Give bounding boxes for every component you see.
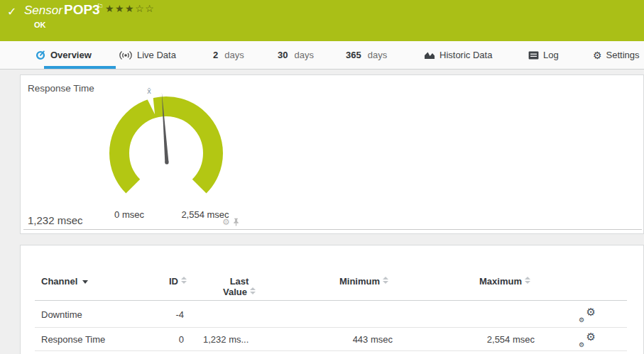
channel-table-panel: Channel ID Last Value Minimum Maximum Do… (20, 245, 644, 354)
tab-30-days-number: 30 (278, 50, 288, 60)
channel-settings-icon[interactable]: ⚙ ⚙ (579, 309, 596, 323)
sort-icon (250, 287, 256, 294)
tab-365-days-number: 365 (346, 50, 361, 60)
gear-icon: ⚙ (579, 317, 584, 323)
tab-365-days[interactable]: 365 days (346, 41, 387, 69)
tab-log[interactable]: Log (528, 41, 559, 69)
column-header-channel-label: Channel (41, 276, 77, 287)
column-header-last-value-line1: Last (204, 276, 275, 287)
widget-tools: ⚙ (222, 218, 240, 226)
prtg-sensor-page: ✓ Sensor POP3 ⚐ ★★★☆☆ OK Overview Live D… (0, 0, 644, 354)
cell-channel: Response Time (41, 334, 105, 345)
column-header-channel[interactable]: Channel (41, 276, 88, 287)
pin-icon[interactable] (232, 218, 240, 226)
sort-icon (181, 277, 187, 284)
gauge-panel: Response Time x̄ 0 msec 2,554 msec 1,232… (20, 74, 644, 234)
sensor-type-label: Sensor (24, 4, 62, 18)
tab-2-days-label: days (224, 50, 244, 60)
priority-stars[interactable]: ★★★☆☆ (105, 3, 155, 14)
stars-empty: ☆☆ (135, 3, 155, 14)
log-icon (528, 51, 539, 60)
column-header-id[interactable]: ID (127, 276, 187, 287)
widget-settings-gear-icon[interactable]: ⚙ (222, 218, 230, 226)
settings-gear-icon: ⚙ (593, 50, 602, 60)
sort-icon (383, 277, 388, 284)
historic-chart-icon (424, 50, 435, 60)
cell-id: -4 (127, 309, 184, 320)
sensor-status-header: ✓ Sensor POP3 ⚐ ★★★☆☆ OK (0, 0, 644, 41)
gauge-current-value: 1,232 msec (28, 214, 83, 226)
column-header-maximum[interactable]: Maximum (447, 276, 530, 287)
mean-marker-label: x̄ (147, 87, 151, 95)
cell-maximum: 2,554 msec (451, 334, 535, 345)
column-header-maximum-label: Maximum (479, 276, 522, 287)
row-divider (35, 327, 627, 328)
stars-filled: ★★★ (105, 3, 135, 14)
column-header-minimum-label: Minimum (339, 276, 380, 287)
sensor-name: POP3 (64, 2, 100, 18)
flag-icon[interactable]: ⚐ (97, 2, 104, 11)
column-header-id-label: ID (169, 276, 178, 287)
cell-channel: Downtime (41, 309, 82, 320)
gauge-min-label: 0 msec (109, 209, 149, 220)
active-tab-underline (44, 66, 116, 69)
tab-historic-data[interactable]: Historic Data (424, 41, 492, 69)
ok-check-icon: ✓ (7, 5, 16, 18)
channel-settings-icon[interactable]: ⚙ ⚙ (579, 334, 596, 348)
gauge-svg: x̄ (99, 86, 234, 221)
tab-settings-label: Settings (606, 50, 640, 60)
gear-icon: ⚙ (586, 332, 596, 343)
tab-30-days[interactable]: 30 days (278, 41, 314, 69)
status-badge: OK (34, 21, 46, 29)
tab-overview-label: Overview (50, 50, 92, 60)
tab-2-days[interactable]: 2 days (213, 41, 244, 69)
tab-30-days-label: days (294, 50, 313, 60)
gauge-title: Response Time (28, 83, 94, 94)
tab-historic-data-label: Historic Data (440, 50, 492, 60)
cell-minimum: 443 msec (309, 334, 393, 345)
sort-icon (525, 277, 530, 284)
sensor-tab-bar: Overview Live Data 2 days 30 days 365 da… (0, 41, 644, 70)
tab-2-days-number: 2 (213, 50, 218, 60)
sort-desc-icon (82, 280, 88, 284)
row-divider (35, 350, 627, 351)
column-header-last-value-line2: Value (223, 287, 247, 297)
cell-id: 0 (127, 334, 184, 345)
cell-last-value: 1,232 ms... (203, 334, 249, 345)
gauge-icon (36, 50, 46, 60)
table-header-divider (35, 300, 627, 301)
gear-icon: ⚙ (579, 342, 584, 348)
tab-365-days-label: days (368, 50, 387, 60)
column-header-last-value[interactable]: Last Value (204, 276, 275, 297)
column-header-minimum[interactable]: Minimum (305, 276, 388, 287)
tab-settings[interactable]: ⚙ Settings (593, 41, 640, 69)
gauge-divider (23, 229, 642, 230)
gear-icon: ⚙ (586, 307, 596, 318)
tab-log-label: Log (543, 50, 559, 60)
live-data-icon (119, 50, 133, 60)
tab-live-data[interactable]: Live Data (119, 41, 176, 69)
tab-overview[interactable]: Overview (36, 41, 92, 69)
tab-live-data-label: Live Data (137, 50, 176, 60)
gauge-needle-hub (165, 160, 168, 164)
response-time-gauge: x̄ (99, 86, 234, 221)
